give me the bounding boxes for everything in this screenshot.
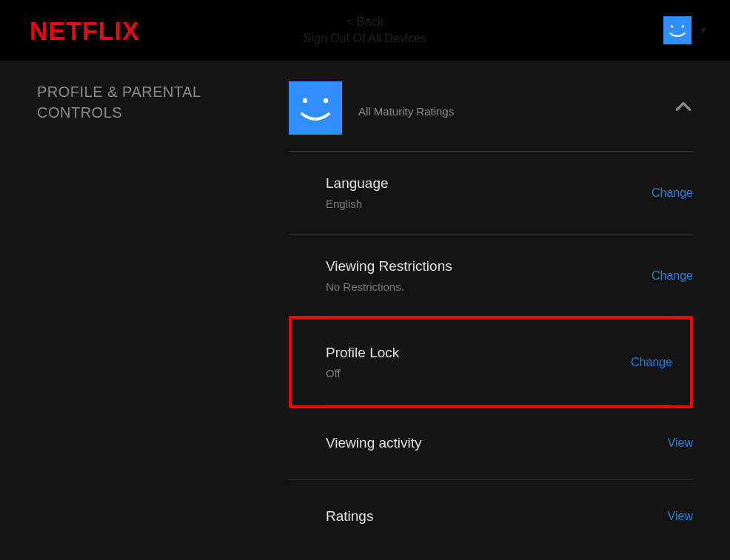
setting-text: Ratings [326, 504, 373, 529]
content: PROFILE & PARENTAL CONTROLS All Maturity… [0, 61, 730, 553]
setting-value-profile-lock: Off [326, 367, 399, 379]
setting-value-restrictions: No Restrictions. [326, 280, 452, 293]
setting-text: Viewing activity [326, 431, 422, 456]
setting-title-restrictions: Viewing Restrictions [326, 258, 452, 274]
settings-list: Language English Change Viewing Restrict… [289, 152, 693, 553]
caret-down-icon[interactable]: ▼ [699, 25, 708, 36]
netflix-logo[interactable]: NETFLIX [30, 16, 140, 46]
setting-title-viewing-activity: Viewing activity [326, 435, 422, 451]
profile-meta: All Maturity Ratings [358, 99, 454, 118]
setting-text: Language English [326, 175, 389, 210]
divider [326, 405, 672, 405]
setting-value-language: English [326, 198, 389, 210]
highlighted-profile-lock: Profile Lock Off Change [289, 316, 693, 408]
right-column: All Maturity Ratings Language English Ch… [289, 81, 693, 553]
setting-text: Viewing Restrictions No Restrictions. [326, 258, 452, 293]
view-link-activity[interactable]: View [668, 436, 693, 450]
setting-row-language: Language English Change [289, 152, 693, 235]
topbar-avatar[interactable] [663, 16, 692, 44]
chevron-up-icon[interactable] [674, 98, 693, 120]
setting-row-restrictions: Viewing Restrictions No Restrictions. Ch… [289, 235, 693, 317]
change-link-restrictions[interactable]: Change [652, 269, 693, 283]
setting-text: Profile Lock Off [326, 345, 399, 379]
setting-title-profile-lock: Profile Lock [326, 345, 399, 361]
setting-row-ratings: Ratings View [289, 480, 693, 553]
topbar: NETFLIX < Back Sign Out Of All Devices ▼ [0, 0, 730, 61]
profile-header: All Maturity Ratings [289, 81, 693, 152]
setting-title-language: Language [326, 175, 389, 192]
topbar-right: ▼ [663, 16, 708, 44]
profile-avatar[interactable] [289, 81, 342, 135]
view-link-ratings[interactable]: View [668, 510, 693, 523]
faded-signout: Sign Out Of All Devices [304, 30, 426, 47]
left-column: PROFILE & PARENTAL CONTROLS [37, 81, 289, 553]
change-link-profile-lock[interactable]: Change [631, 356, 672, 369]
section-title-line2: CONTROLS [37, 104, 122, 121]
setting-row-profile-lock: Profile Lock Off Change [292, 320, 690, 405]
setting-title-ratings: Ratings [326, 508, 373, 524]
faded-back: < Back [304, 14, 426, 30]
setting-row-viewing-activity: Viewing activity View [289, 407, 693, 480]
section-title: PROFILE & PARENTAL CONTROLS [37, 81, 289, 123]
maturity-label: All Maturity Ratings [358, 105, 454, 118]
topbar-faded-text: < Back Sign Out Of All Devices [304, 14, 426, 47]
change-link-language[interactable]: Change [652, 186, 693, 200]
section-title-line1: PROFILE & PARENTAL [37, 84, 201, 100]
